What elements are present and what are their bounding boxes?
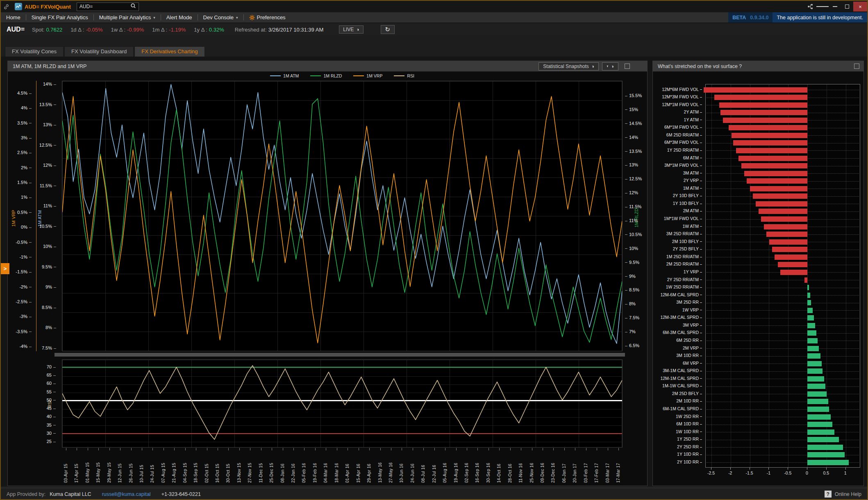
online-help-label[interactable]: Online Help: [835, 491, 861, 497]
link-icon[interactable]: [1, 2, 11, 11]
date-tick-mark: [120, 448, 120, 450]
rsi-chart-plot[interactable]: [62, 359, 623, 448]
bar-negative: [736, 148, 807, 153]
date-tick-mark: [337, 448, 337, 450]
bar-negative: [761, 216, 807, 222]
filter-button[interactable]: ◑: [602, 62, 618, 70]
menu-item-dev-console[interactable]: Dev Console▾: [198, 12, 243, 23]
contact-email-link[interactable]: russell@kuma.capital: [102, 491, 151, 497]
axis-tick: 12.5%: [39, 143, 56, 148]
rlzd-axis-ticks: 15.5%15%14.5%14%13.5%13%12.5%12%11.5%11%…: [625, 81, 646, 351]
symbol-search-input[interactable]: [80, 4, 130, 9]
date-tick-label: 19-Feb 16: [312, 452, 318, 483]
date-tick-mark: [564, 448, 565, 450]
date-tick-label: 17-Apr 15: [74, 452, 79, 483]
date-tick-label: 17-Feb 17: [594, 452, 599, 483]
expand-checkbox[interactable]: [625, 64, 630, 69]
menu-bar: HomeSingle FX Pair AnalyticsMultiple Pai…: [1, 12, 867, 23]
provided-by-label: App Provided by:: [7, 491, 45, 497]
expand-checkbox[interactable]: [854, 64, 859, 69]
tab-fx-volatility-cones[interactable]: FX Volatility Cones: [5, 46, 64, 57]
bar-axis-tick: [768, 468, 769, 470]
chart-legend: 1M ATM1M RLZD1M VRPRSI: [62, 73, 623, 78]
bar-negative: [772, 247, 807, 252]
refresh-button[interactable]: ↻: [381, 25, 395, 34]
chart-divider[interactable]: [55, 353, 625, 357]
date-tick-mark: [315, 448, 316, 450]
axis-tick: 1%: [21, 195, 32, 200]
date-tick-label: 03-Mar 17: [605, 452, 610, 483]
date-tick-mark: [510, 448, 511, 450]
bar-row-label: 1W 10D RR: [653, 428, 702, 435]
bar-positive: [807, 384, 825, 389]
bar-axis-tick-label: 0.5: [819, 470, 833, 475]
tab-fx-volatility-dashboard[interactable]: FX Volatility Dashboard: [64, 46, 134, 57]
axis-tick: 3%: [21, 135, 32, 140]
statistical-snapshots-button[interactable]: Statistical Snapshots◑: [539, 62, 599, 70]
rsi-axis-ticks: 70656055504540353025: [34, 359, 56, 448]
symbol-search-box[interactable]: [77, 2, 139, 11]
refresh-icon: ↻: [385, 26, 390, 33]
bar-row-leader: [707, 341, 859, 341]
derivatives-chart-panel: 1M ATM, 1M RLZD and 1M VRP Statistical S…: [7, 61, 648, 486]
tab-fx-derivatives-charting[interactable]: FX Derivatives Charting: [134, 46, 205, 57]
bar-positive: [807, 460, 849, 465]
live-toggle-button[interactable]: LIVE◑: [339, 25, 363, 34]
bar-row-label: 1Y 25D RR/ATM: [653, 146, 702, 154]
date-tick-mark: [499, 448, 500, 450]
legend-item-1m-rlzd[interactable]: 1M RLZD: [310, 73, 342, 78]
close-button[interactable]: ×: [853, 2, 867, 11]
axis-tick: 6.5%: [625, 343, 639, 348]
bar-axis-tick: [730, 468, 731, 470]
sidebar-expand-tab[interactable]: >: [1, 263, 9, 274]
gear-icon: [249, 15, 255, 20]
main-chart-plot[interactable]: [62, 81, 623, 351]
date-tick-mark: [423, 448, 424, 450]
axis-tick: 14%: [43, 82, 56, 86]
refreshed-value: 3/26/2017 10:31:39 AM: [268, 27, 323, 33]
bar-positive: [807, 308, 813, 313]
date-tick-mark: [77, 448, 77, 450]
layout-panes-icon[interactable]: [804, 2, 816, 11]
date-tick-mark: [152, 448, 153, 450]
bar-row-label: 2M 25D BFLY: [653, 390, 702, 397]
legend-item-rsi[interactable]: RSI: [394, 73, 414, 78]
minimize-button[interactable]: [829, 2, 841, 11]
maximize-button[interactable]: [841, 2, 853, 11]
bar-row-label: 1W 25D RR: [653, 413, 702, 420]
legend-swatch: [270, 75, 281, 76]
help-icon[interactable]: ?: [825, 491, 832, 498]
window-controls: ×: [804, 1, 867, 12]
search-icon[interactable]: [130, 3, 136, 10]
date-tick-mark: [185, 448, 186, 450]
date-tick-mark: [445, 448, 445, 450]
axis-tick: 12%: [43, 163, 56, 168]
axis-tick: 1.5%: [17, 180, 32, 185]
axis-tick: 11.5%: [625, 204, 641, 209]
menu-item-preferences[interactable]: Preferences: [244, 12, 291, 23]
axis-tick: 9.5%: [625, 260, 639, 265]
date-axis: 03-Apr 1517-Apr 1501-May 1515-May 1529-M…: [62, 448, 623, 485]
legend-item-1m-vrp[interactable]: 1M VRP: [353, 73, 382, 78]
bar-negative: [747, 178, 807, 184]
menu-item-multiple-pair-analytics[interactable]: Multiple Pair Analytics▾: [94, 12, 161, 23]
menu-item-home[interactable]: Home: [1, 12, 26, 23]
bar-chart-area[interactable]: [705, 84, 860, 468]
app-window: AUD= FXVolQuant × HomeSingle FX Pair Ana…: [0, 0, 868, 500]
bar-positive: [807, 285, 809, 290]
menu-item-alert-mode[interactable]: Alert Mode: [161, 12, 198, 23]
bar-positive: [807, 353, 820, 359]
axis-tick: 11%: [625, 218, 638, 223]
bar-positive: [807, 323, 815, 328]
date-tick-mark: [272, 448, 272, 450]
date-tick-mark: [532, 448, 532, 450]
bar-row-label: 3M ATM: [653, 169, 702, 177]
menu-item-single-fx-pair-analytics[interactable]: Single FX Pair Analytics: [26, 12, 93, 23]
legend-item-1m-atm[interactable]: 1M ATM: [270, 73, 299, 78]
menu-icon[interactable]: [816, 2, 829, 11]
contact-phone: +1-323-645-0221: [161, 491, 201, 497]
date-tick-label: 07-Aug 15: [161, 452, 166, 483]
bar-negative: [780, 270, 807, 275]
bar-positive: [807, 300, 811, 305]
bar-axis-tick-label: -2: [723, 470, 737, 475]
